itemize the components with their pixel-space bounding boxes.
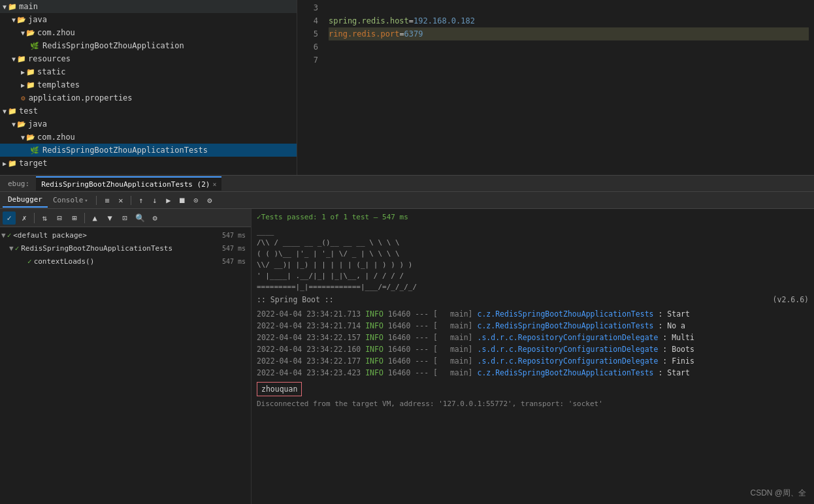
test-toolbar: ✓ ✗ ⇅ ⊟ ⊞ ▲ ▼ ⊡ 🔍 ⚙ <box>0 209 251 227</box>
spring-leaf-icon: 🌿 <box>30 146 39 155</box>
test-status-text: Tests passed: 1 of 1 test – 547 ms <box>261 212 408 223</box>
tree-item-comzhou[interactable]: ▼ 📂 com.zhou <box>0 26 297 39</box>
toolbar-sep2 <box>84 213 85 223</box>
test-item-class[interactable]: ▼ ✓ RedisSpringBootZhouApplicationTests … <box>0 242 251 255</box>
arrow-icon: ▶ <box>21 82 25 89</box>
test-item-method[interactable]: ✓ contextLoads() 547 ms <box>0 255 251 268</box>
toolbar-export[interactable]: ⊡ <box>118 212 131 225</box>
test-panel: ✓ ✗ ⇅ ⊟ ⊞ ▲ ▼ ⊡ 🔍 ⚙ ▼ ✓ <default packa <box>0 209 814 504</box>
tree-item-app-properties[interactable]: ⚙ application.properties <box>0 91 297 104</box>
toolbar-btn-up[interactable]: ↑ <box>135 194 148 207</box>
tree-item-templates[interactable]: ▶ 📁 templates <box>0 78 297 91</box>
tree-item-java2[interactable]: ▼ 📂 java <box>0 118 297 131</box>
folder-blue-icon: 📂 <box>17 120 26 129</box>
toolbar-all-tests[interactable]: ✓ <box>3 212 16 225</box>
console-output[interactable]: ✓ Tests passed: 1 of 1 test – 547 ms ___… <box>252 209 814 504</box>
tree-item-comzhou2[interactable]: ▼ 📂 com.zhou <box>0 131 297 144</box>
test-item-default-package[interactable]: ▼ ✓ <default package> 547 ms <box>0 228 251 242</box>
test-package-label: <default package> <box>13 231 87 240</box>
toolbar-btn-down[interactable]: ↓ <box>148 194 161 207</box>
toolbar-btn-rerun[interactable]: ▶ <box>162 194 175 207</box>
spring-boot-label: :: Spring Boot :: <box>257 294 334 306</box>
arrow-icon: ▼ <box>21 134 25 141</box>
bottom-panel: Debugger Console ▾ ≡ ✕ ↑ ↓ ▶ ⏹ ⊙ ⚙ ✓ ✗ <box>0 192 814 504</box>
tree-label: static <box>37 67 65 76</box>
prop-val-port: 6379 <box>404 27 423 40</box>
toolbar-nav-up[interactable]: ▲ <box>88 212 101 225</box>
zhouquan-text: zhouquan <box>257 382 302 396</box>
folder-icon: 📁 <box>8 3 17 11</box>
arrow-icon: ▶ <box>21 69 25 76</box>
tree-item-main[interactable]: ▼ 📁 main <box>0 0 297 13</box>
test-method-label: contextLoads() <box>34 257 95 266</box>
toolbar-btn-stop[interactable]: ⏹ <box>176 194 189 207</box>
tree-item-resources[interactable]: ▼ 📁 resources <box>0 52 297 65</box>
tree-item-static[interactable]: ▶ 📁 static <box>0 65 297 78</box>
tab-debug-label: ebug: <box>8 180 29 188</box>
tree-label: com.zhou <box>37 133 75 142</box>
spring-boot-version: :: Spring Boot :: (v2.6.6) <box>257 294 809 306</box>
tree-label: RedisSpringBootZhouApplicationTests <box>42 146 208 155</box>
code-line-5: ring.redis.port=6379 <box>329 27 809 40</box>
spring-leaf-icon: 🌿 <box>30 42 39 50</box>
tab-close-icon[interactable]: × <box>212 181 216 188</box>
tree-label: RedisSpringBootZhouApplication <box>42 41 184 50</box>
code-line-6 <box>329 40 809 54</box>
folder-blue-icon: 📂 <box>26 29 35 37</box>
toolbar-failed-tests[interactable]: ✗ <box>18 212 31 225</box>
equals-sign: = <box>409 14 414 27</box>
toolbar-btn-menu[interactable]: ≡ <box>101 194 114 207</box>
prop-val: 192.168.0.182 <box>414 14 475 27</box>
toolbar-expand[interactable]: ⊞ <box>68 212 81 225</box>
art-line-3: ( ( )\__ |'_ | '_| \/ _ | \ \ \ \ <box>257 248 809 259</box>
toolbar-sep1 <box>34 213 35 223</box>
tab-console[interactable]: Console ▾ <box>48 193 93 208</box>
folder-icon: 📁 <box>8 107 17 116</box>
folder-blue-icon: 📂 <box>17 16 26 24</box>
debugger-tabs-row: ebug: RedisSpringBootZhouApplicationTest… <box>0 175 814 192</box>
code-content[interactable]: spring.redis.host=192.168.0.182 ring.red… <box>323 0 814 175</box>
tree-item-redis-tests[interactable]: 🌿 RedisSpringBootZhouApplicationTests <box>0 144 297 157</box>
tree-label: com.zhou <box>37 28 75 37</box>
toolbar-sort[interactable]: ⇅ <box>38 212 51 225</box>
check-icon: ✓ <box>257 212 261 223</box>
spring-boot-version: (v2.6.6) <box>773 294 809 306</box>
toolbar-btn-filter[interactable]: ⊙ <box>189 194 203 207</box>
art-line-2: /\\ / ____ __ _()__ __ __ \ \ \ \ <box>257 237 809 248</box>
toolbar-more[interactable]: ⚙ <box>148 212 161 225</box>
file-tree: ▼ 📁 main ▼ 📂 java ▼ 📂 com.zhou 🌿 RedisSp… <box>0 0 297 175</box>
toolbar-btn-settings[interactable]: ⚙ <box>203 194 216 207</box>
tree-label: resources <box>28 54 71 63</box>
spacer <box>339 294 768 306</box>
test-class-label: RedisSpringBootZhouApplicationTests <box>21 244 172 253</box>
line-numbers: 3 4 5 6 7 <box>297 0 323 175</box>
folder-icon: 📁 <box>17 55 26 63</box>
tree-item-redis-app[interactable]: 🌿 RedisSpringBootZhouApplication <box>0 39 297 52</box>
toolbar-btn-close[interactable]: ✕ <box>114 194 127 207</box>
prop-key-orange: ring.redis.port <box>329 27 399 40</box>
tab-debugger[interactable]: Debugger <box>3 193 48 208</box>
check-icon: ✓ <box>15 244 20 253</box>
tab-redis-tests-label: RedisSpringBootZhouApplicationTests (2) <box>41 180 210 189</box>
folder-icon: 📁 <box>8 159 17 168</box>
tree-item-java[interactable]: ▼ 📂 java <box>0 13 297 26</box>
folder-icon: 📁 <box>26 68 35 76</box>
test-time: 547 ms <box>222 232 248 239</box>
arrow-icon: ▼ <box>12 55 16 63</box>
tree-label: templates <box>37 80 80 89</box>
console-arrow-icon: ▾ <box>84 197 88 204</box>
tree-item-test[interactable]: ▼ 📁 test <box>0 104 297 118</box>
test-tree: ▼ ✓ <default package> 547 ms ▼ ✓ RedisSp… <box>0 227 251 504</box>
tree-item-target[interactable]: ▶ 📁 target <box>0 157 297 170</box>
tree-label: main <box>19 2 38 11</box>
toolbar-nav-down[interactable]: ▼ <box>103 212 116 225</box>
toolbar-group[interactable]: ⊟ <box>53 212 66 225</box>
tab-redis-tests[interactable]: RedisSpringBootZhouApplicationTests (2) … <box>36 176 221 191</box>
debugger-label: Debugger <box>8 195 42 204</box>
watermark: CSDN @周、全 <box>750 488 806 499</box>
arrow-icon: ▼ <box>21 29 25 37</box>
toolbar-search[interactable]: 🔍 <box>133 212 146 225</box>
tree-label: test <box>19 106 38 116</box>
tab-debug-prefix: ebug: <box>3 176 35 191</box>
code-line-7 <box>329 54 809 67</box>
